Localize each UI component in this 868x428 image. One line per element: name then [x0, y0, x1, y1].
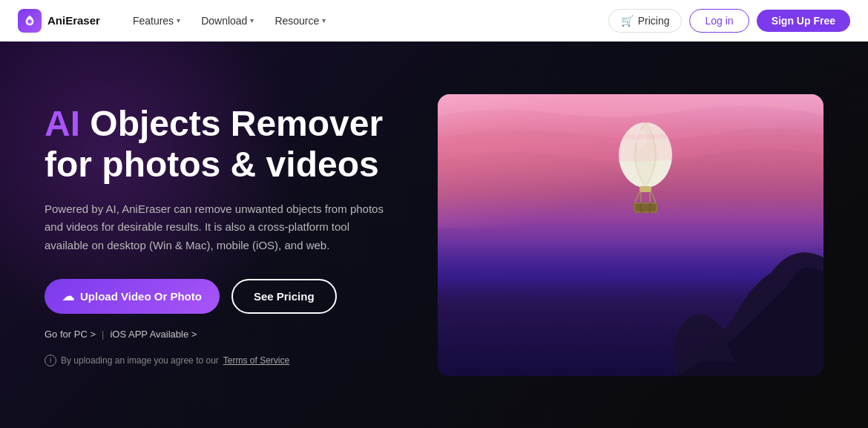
- hero-title-ai: AI: [45, 104, 80, 143]
- hero-section: AI Objects Removerfor photos & videos Po…: [0, 42, 868, 428]
- cart-icon: 🛒: [621, 15, 634, 27]
- go-pc-link[interactable]: Go for PC >: [45, 329, 96, 340]
- hero-buttons: ☁ Upload Video Or Photo See Pricing: [45, 279, 393, 314]
- logo[interactable]: AniEraser: [18, 9, 100, 33]
- logo-icon: [18, 9, 42, 33]
- nav-download[interactable]: Download ▾: [192, 10, 263, 31]
- nav-right: 🛒 Pricing Log in Sign Up Free: [608, 9, 850, 33]
- rock-svg: [668, 302, 734, 361]
- upload-button[interactable]: ☁ Upload Video Or Photo: [45, 279, 220, 314]
- login-button[interactable]: Log in: [689, 9, 749, 33]
- hero-sub-links: Go for PC > | iOS APP Available >: [45, 329, 393, 340]
- hero-title-rest: Objects Removerfor photos & videos: [45, 104, 383, 184]
- navbar: AniEraser Features ▾ Download ▾ Resource…: [0, 0, 868, 42]
- download-chevron-icon: ▾: [250, 16, 254, 24]
- hero-disclaimer: i By uploading an image you agree to our…: [45, 355, 393, 366]
- features-chevron-icon: ▾: [177, 16, 180, 24]
- see-pricing-button[interactable]: See Pricing: [231, 279, 337, 314]
- resource-chevron-icon: ▾: [322, 16, 326, 24]
- info-icon: i: [45, 355, 56, 366]
- hero-description: Powered by AI, AniEraser can remove unwa…: [45, 200, 386, 255]
- pricing-button[interactable]: 🛒 Pricing: [608, 9, 683, 33]
- ios-link[interactable]: iOS APP Available >: [110, 329, 197, 340]
- hero-title: AI Objects Removerfor photos & videos: [45, 103, 393, 185]
- hero-content: AI Objects Removerfor photos & videos Po…: [45, 103, 393, 366]
- download-label: Download: [201, 15, 247, 27]
- features-label: Features: [133, 15, 174, 27]
- nav-resource[interactable]: Resource ▾: [266, 10, 335, 31]
- hero-image-canvas: [438, 94, 823, 376]
- nav-links: Features ▾ Download ▾ Resource ▾: [124, 10, 608, 31]
- sub-links-divider: |: [102, 329, 104, 340]
- upload-icon: ☁: [62, 289, 74, 303]
- signup-button[interactable]: Sign Up Free: [757, 10, 850, 32]
- disclaimer-text: By uploading an image you agree to our: [61, 355, 219, 366]
- sky-streaks: [438, 94, 823, 263]
- hero-image: [438, 94, 823, 376]
- svg-point-0: [27, 19, 31, 23]
- resource-label: Resource: [274, 15, 319, 27]
- nav-features[interactable]: Features ▾: [124, 10, 189, 31]
- logo-text: AniEraser: [47, 14, 100, 27]
- terms-link[interactable]: Terms of Service: [223, 355, 289, 366]
